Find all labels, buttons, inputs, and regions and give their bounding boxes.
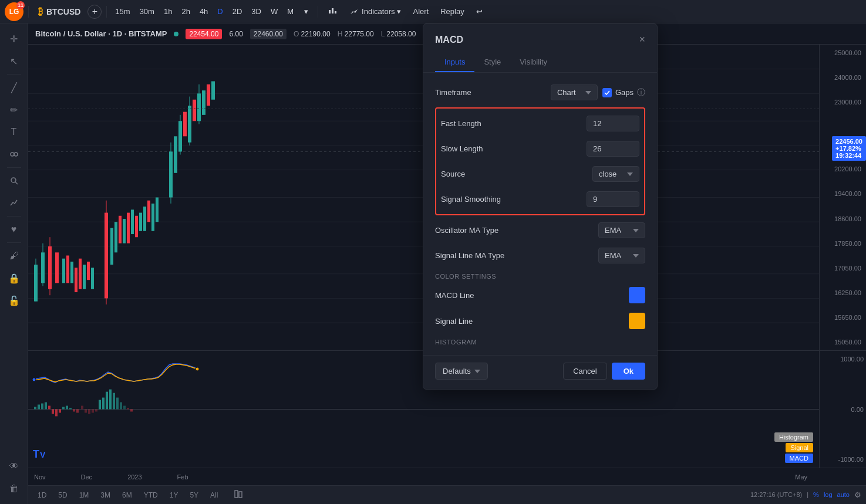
slow-length-input[interactable] [587, 141, 639, 157]
crosshair-tool[interactable]: ✛ [4, 28, 25, 49]
signal-line-color-swatch[interactable] [629, 313, 645, 329]
source-dropdown[interactable]: close [592, 166, 639, 182]
svg-rect-79 [102, 398, 105, 410]
measurement-tool[interactable] [4, 144, 25, 165]
info-icon[interactable]: ⓘ [637, 87, 645, 98]
svg-rect-67 [41, 404, 43, 410]
signal-ma-dropdown[interactable]: EMA [598, 248, 645, 263]
period-1y[interactable]: 1Y [165, 489, 183, 501]
period-all[interactable]: All [205, 489, 223, 501]
svg-rect-29 [75, 268, 77, 292]
svg-rect-86 [127, 408, 129, 410]
dialog-close-button[interactable]: × [639, 33, 645, 46]
price-level: 19400.00 [822, 190, 864, 197]
defaults-button[interactable]: Defaults [435, 363, 488, 380]
tf-dropdown[interactable]: ▾ [299, 5, 313, 18]
eye-tool[interactable]: 👁 [4, 456, 25, 477]
trash-tool[interactable]: 🗑 [4, 478, 25, 499]
pct-toggle[interactable]: % [813, 491, 819, 498]
svg-rect-39 [123, 219, 126, 243]
alert-button[interactable]: Alert [408, 5, 433, 18]
tf-4h[interactable]: 4h [196, 5, 211, 18]
settings-icon[interactable]: ⚙ [854, 491, 861, 499]
favorites-tool[interactable]: ♥ [4, 219, 25, 240]
fast-length-input[interactable] [587, 116, 639, 131]
pen-tool[interactable]: ✏ [4, 99, 25, 120]
timeframe-label: Timeframe [435, 88, 471, 97]
ok-button[interactable]: Ok [612, 363, 645, 380]
chart-title: Bitcoin / U.S. Dollar · 1D · BITSTAMP [35, 29, 167, 38]
macd-level: 1000.00 [822, 356, 864, 363]
svg-point-95 [196, 367, 199, 371]
svg-rect-66 [38, 405, 40, 410]
time-axis: Nov Dec 2023 Feb May [28, 468, 866, 485]
tf-2D[interactable]: 2D [229, 5, 246, 18]
tf-3D[interactable]: 3D [248, 5, 265, 18]
text-tool[interactable]: T [4, 121, 25, 143]
svg-rect-98 [235, 491, 238, 498]
macd-level: -1000.00 [822, 456, 864, 463]
trendline-tool[interactable]: ╱ [4, 77, 25, 98]
tf-W[interactable]: W [267, 5, 281, 18]
tf-2h[interactable]: 2h [178, 5, 193, 18]
svg-rect-27 [66, 255, 69, 283]
svg-rect-91 [92, 410, 94, 413]
svg-rect-42 [135, 216, 138, 237]
brush-tool[interactable]: 🖌 [4, 245, 25, 266]
log-toggle[interactable]: log [824, 491, 833, 498]
chart-type-button[interactable] [323, 4, 343, 19]
period-6m[interactable]: 6M [117, 489, 137, 501]
slow-length-label: Slow Length [441, 144, 483, 153]
svg-text:T: T [33, 448, 39, 460]
divider [318, 6, 318, 18]
tf-15m[interactable]: 15m [112, 5, 133, 18]
slow-length-row: Slow Length [441, 136, 639, 161]
svg-rect-43 [139, 213, 142, 231]
gaps-checkbox[interactable] [602, 88, 612, 97]
compare-button[interactable] [230, 488, 247, 502]
macd-line-color-swatch[interactable] [629, 287, 645, 303]
indicator-tool[interactable] [4, 192, 25, 214]
fast-length-row: Fast Length [441, 111, 639, 136]
period-ytd[interactable]: YTD [139, 489, 163, 501]
oscillator-ma-dropdown[interactable]: EMA [598, 222, 645, 238]
tab-visibility[interactable]: Visibility [510, 53, 557, 72]
source-label: Source [441, 170, 465, 178]
svg-line-6 [15, 182, 18, 184]
period-5d[interactable]: 5D [53, 489, 72, 501]
cursor-tool[interactable]: ↖ [4, 50, 25, 72]
svg-rect-28 [70, 262, 73, 283]
tab-inputs[interactable]: Inputs [435, 53, 474, 72]
tf-M[interactable]: M [284, 5, 297, 18]
period-1d[interactable]: 1D [33, 489, 51, 501]
lock-tool[interactable]: 🔒 [4, 268, 25, 289]
period-5y[interactable]: 5Y [185, 489, 203, 501]
undo-button[interactable]: ↩ [471, 5, 487, 18]
auto-toggle[interactable]: auto [837, 491, 850, 498]
lock-open-tool[interactable]: 🔓 [4, 290, 25, 311]
timeframe-row: Timeframe Chart Gaps ⓘ [435, 80, 645, 105]
indicators-button[interactable]: Indicators ▾ [345, 5, 406, 19]
tf-30m[interactable]: 30m [136, 5, 158, 18]
replay-button[interactable]: Replay [436, 5, 469, 18]
tf-1h[interactable]: 1h [160, 5, 176, 18]
cancel-button[interactable]: Cancel [563, 363, 606, 380]
signal-smoothing-input[interactable] [587, 191, 639, 207]
tab-style[interactable]: Style [474, 53, 510, 72]
period-3m[interactable]: 3M [96, 489, 115, 501]
price-level: 17050.00 [822, 265, 864, 272]
add-symbol-button[interactable]: + [87, 5, 102, 19]
timeframe-dropdown[interactable]: Chart [551, 84, 598, 100]
logo-button[interactable]: LG 11 [5, 2, 23, 21]
svg-rect-60 [207, 84, 210, 106]
symbol-button[interactable]: ₿ BTCUSD [33, 4, 85, 19]
tf-D[interactable]: D [214, 5, 226, 18]
svg-rect-45 [147, 201, 150, 222]
signal-ma-label: Signal Line MA Type [435, 251, 504, 260]
svg-rect-47 [156, 198, 159, 222]
macd-level: 0.00 [822, 406, 864, 413]
signal-line-color-row: Signal Line [435, 308, 645, 334]
zoom-tool[interactable] [4, 170, 25, 191]
divider [106, 6, 107, 18]
period-1m[interactable]: 1M [75, 489, 94, 501]
